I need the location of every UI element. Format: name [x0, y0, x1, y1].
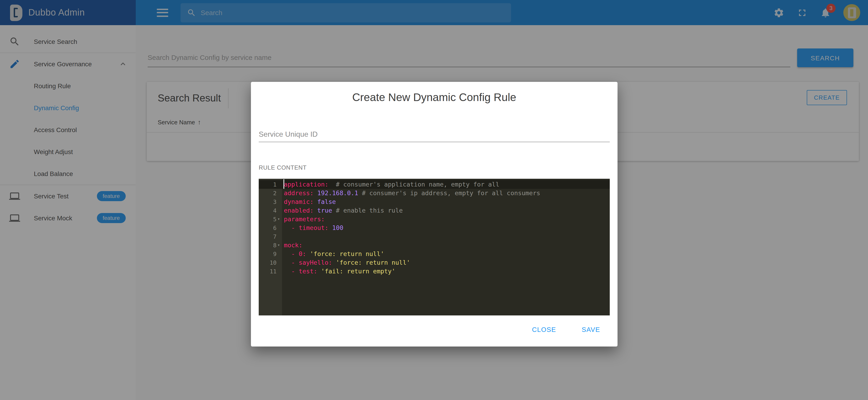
- save-button[interactable]: SAVE: [578, 322, 604, 337]
- line-number: 2: [259, 189, 277, 197]
- code-line: 9 - 0: 'force: return null': [259, 250, 610, 258]
- code-line: 8▾mock:: [259, 241, 610, 250]
- code-text: - 0: 'force: return null': [284, 250, 384, 258]
- modal-actions: CLOSE SAVE: [528, 322, 604, 337]
- code-text: address: 192.168.0.1 # consumer's ip add…: [284, 189, 540, 197]
- code-text: - test: 'fail: return empty': [284, 267, 395, 276]
- code-text: - sayHello: 'force: return null': [284, 258, 410, 267]
- code-line: 2address: 192.168.0.1 # consumer's ip ad…: [259, 189, 610, 197]
- page: Dubbo Admin 3 Service Search: [0, 0, 868, 400]
- code-line: 1application: # consumer's application n…: [259, 180, 610, 189]
- line-number: 9: [259, 250, 277, 258]
- rule-content-label: RULE CONTENT: [259, 164, 307, 171]
- line-number: 5: [259, 215, 277, 223]
- line-number: 10: [259, 258, 277, 267]
- line-number: 7: [259, 232, 277, 241]
- rule-content-editor[interactable]: 1application: # consumer's application n…: [259, 179, 610, 315]
- code-text: enabled: true # enable this rule: [284, 206, 403, 215]
- fold-marker-icon[interactable]: ▾: [277, 241, 280, 250]
- line-number: 11: [259, 267, 277, 276]
- line-number: 4: [259, 206, 277, 215]
- create-rule-modal: Create New Dynamic Config Rule RULE CONT…: [251, 82, 618, 346]
- line-number: 6: [259, 223, 277, 232]
- fold-marker-icon[interactable]: ▾: [277, 215, 280, 223]
- text-cursor: [283, 179, 284, 189]
- code-line: 5▾parameters:: [259, 215, 610, 223]
- code-line: 7: [259, 232, 610, 241]
- line-number: 8: [259, 241, 277, 250]
- close-button[interactable]: CLOSE: [528, 322, 560, 337]
- code-line: 6 - timeout: 100: [259, 223, 610, 232]
- modal-title: Create New Dynamic Config Rule: [251, 91, 618, 104]
- service-unique-id-field[interactable]: [259, 127, 610, 142]
- service-unique-id-input[interactable]: [259, 127, 610, 142]
- line-number: 3: [259, 197, 277, 206]
- code-text: application: # consumer's application na…: [284, 180, 499, 189]
- code-lines: 1application: # consumer's application n…: [259, 179, 610, 276]
- code-text: parameters:: [284, 215, 325, 223]
- code-text: mock:: [284, 241, 302, 250]
- code-line: 11 - test: 'fail: return empty': [259, 267, 610, 276]
- line-number: 1: [259, 180, 277, 189]
- code-text: - timeout: 100: [284, 223, 343, 232]
- code-line: 3dynamic: false: [259, 197, 610, 206]
- code-line: 10 - sayHello: 'force: return null': [259, 258, 610, 267]
- code-text: dynamic: false: [284, 197, 336, 206]
- code-line: 4enabled: true # enable this rule: [259, 206, 610, 215]
